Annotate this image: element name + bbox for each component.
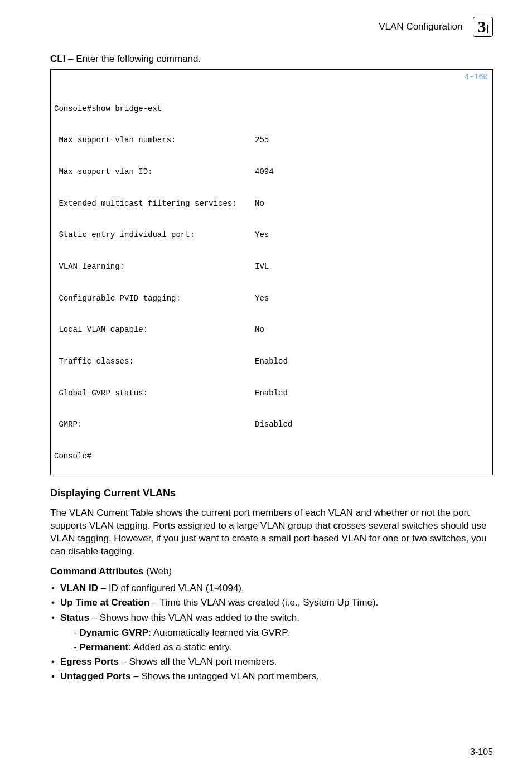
sub-term: Permanent xyxy=(79,642,128,652)
sub-list-item: - Permanent: Added as a static entry. xyxy=(50,641,493,654)
code-value: 255 xyxy=(255,135,269,146)
chapter-bar-icon xyxy=(487,25,489,33)
code-line: Local VLAN capable: xyxy=(54,325,255,335)
subsection-heading: Displaying Current VLANs xyxy=(50,487,493,499)
attr-term: Untagged Ports xyxy=(60,671,131,681)
code-value: Enabled xyxy=(255,356,288,367)
code-line: Max support vlan ID: xyxy=(54,167,255,177)
subsection-body: The VLAN Current Table shows the current… xyxy=(50,507,493,558)
code-value: IVL xyxy=(255,262,269,272)
code-block: 4-160 Console#show bridge-ext Max suppor… xyxy=(50,69,493,475)
sub-list-item: - Dynamic GVRP: Automatically learned vi… xyxy=(50,626,493,640)
sub-term: Dynamic GVRP xyxy=(79,627,148,638)
code-value: Disabled xyxy=(255,419,292,430)
attributes-list-cont: Egress Ports – Shows all the VLAN port m… xyxy=(50,655,493,684)
code-line: Configurable PVID tagging: xyxy=(54,293,255,304)
list-item: Up Time at Creation – Time this VLAN was… xyxy=(50,596,493,609)
code-value: Yes xyxy=(255,230,269,240)
code-line: Max support vlan numbers: xyxy=(54,135,255,146)
attr-desc: – Shows how this VLAN was added to the s… xyxy=(89,612,299,623)
code-line: Console#show bridge-ext xyxy=(54,104,255,114)
header-title: VLAN Configuration xyxy=(379,21,462,32)
attr-term: VLAN ID xyxy=(60,583,98,593)
attributes-heading-bold: Command Attributes xyxy=(50,566,144,577)
sub-desc: : Added as a static entry. xyxy=(128,642,231,652)
code-line: Console# xyxy=(54,451,255,462)
attr-term: Status xyxy=(60,612,89,623)
attributes-list: VLAN ID – ID of configured VLAN (1-4094)… xyxy=(50,582,493,625)
list-item: Untagged Ports – Shows the untagged VLAN… xyxy=(50,670,493,683)
attr-term: Egress Ports xyxy=(60,656,119,667)
code-line: Extended multicast filtering services: xyxy=(54,199,255,209)
sub-desc: : Automatically learned via GVRP. xyxy=(148,627,289,638)
attributes-heading: Command Attributes (Web) xyxy=(50,566,493,577)
attr-desc: – ID of configured VLAN (1-4094). xyxy=(98,583,244,593)
code-value: Enabled xyxy=(255,388,288,399)
code-line: Traffic classes: xyxy=(54,356,255,367)
list-item: Status – Shows how this VLAN was added t… xyxy=(50,611,493,625)
chapter-number: 3 xyxy=(478,18,486,35)
cli-prefix: CLI xyxy=(50,54,65,64)
page-header: VLAN Configuration 3 xyxy=(50,17,493,37)
chapter-badge: 3 xyxy=(473,17,494,37)
attr-term: Up Time at Creation xyxy=(60,597,149,608)
list-item: Egress Ports – Shows all the VLAN port m… xyxy=(50,655,493,669)
cli-intro: CLI – Enter the following command. xyxy=(50,54,493,65)
page-number: 3-105 xyxy=(470,747,493,757)
code-line: VLAN learning: xyxy=(54,262,255,272)
list-item: VLAN ID – ID of configured VLAN (1-4094)… xyxy=(50,582,493,595)
code-line: Global GVRP status: xyxy=(54,388,255,399)
code-value: No xyxy=(255,325,264,335)
code-value: Yes xyxy=(255,293,269,304)
attributes-heading-suffix: (Web) xyxy=(144,566,172,577)
code-line: GMRP: xyxy=(54,419,255,430)
code-value: No xyxy=(255,199,264,209)
attr-desc: – Shows all the VLAN port members. xyxy=(119,656,277,667)
code-line: Static entry individual port: xyxy=(54,230,255,240)
attr-desc: – Shows the untagged VLAN port members. xyxy=(131,671,319,681)
code-reference-link[interactable]: 4-160 xyxy=(465,72,488,83)
code-value: 4094 xyxy=(255,167,274,177)
cli-intro-text: – Enter the following command. xyxy=(65,54,201,64)
attr-desc: – Time this VLAN was created (i.e., Syst… xyxy=(149,597,378,608)
